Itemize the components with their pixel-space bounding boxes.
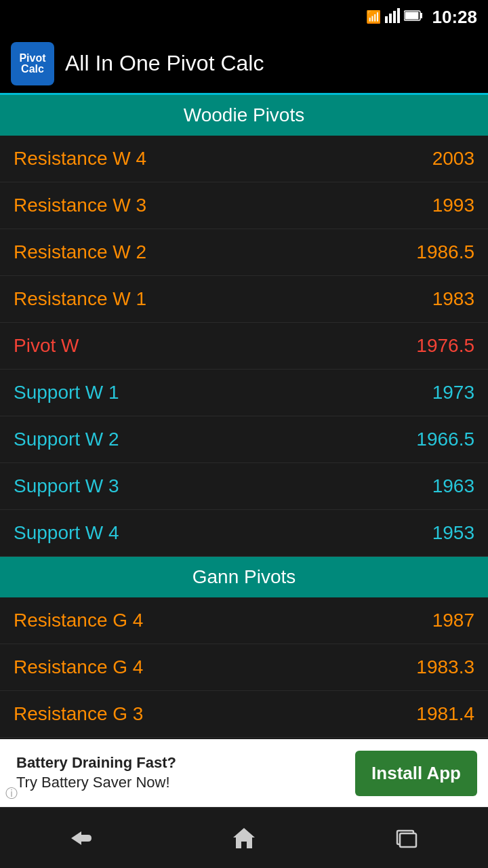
ad-banner: ⓘ Battery Draining Fast? Try Battery Sav… (0, 739, 488, 807)
table-row: Resistance W 1 1983 (0, 276, 488, 323)
row-label: Support W 2 (14, 429, 366, 450)
svg-rect-2 (393, 11, 396, 23)
row-value: 1986.5 (366, 241, 474, 263)
row-value: 1966.5 (366, 429, 474, 450)
svg-rect-0 (385, 16, 388, 23)
main-content: Woodie Pivots Resistance W 4 2003 Resist… (0, 95, 488, 739)
logo-text-bottom: Calc (21, 64, 44, 75)
logo-text-top: Pivot (19, 53, 45, 64)
row-value: 1993 (366, 195, 474, 216)
ad-text-area: Battery Draining Fast? Try Battery Saver… (0, 748, 355, 797)
gann-section-header: Gann Pivots (0, 557, 488, 597)
row-label: Support W 3 (14, 475, 366, 497)
row-label: Resistance G 4 (14, 656, 366, 678)
row-label: Pivot W (14, 335, 366, 357)
row-value: 1963 (366, 475, 474, 497)
table-row: Support W 2 1966.5 (0, 416, 488, 463)
svg-rect-1 (389, 14, 392, 23)
row-value: 1983.3 (366, 656, 474, 678)
table-row: Resistance G 4 1983.3 (0, 644, 488, 691)
status-bar: 📶 10:28 (0, 0, 488, 34)
table-row: Resistance W 3 1993 (0, 182, 488, 229)
svg-rect-6 (405, 12, 418, 19)
status-icons: 📶 10:28 (366, 7, 478, 28)
status-time: 10:28 (432, 7, 478, 28)
info-icon: ⓘ (5, 785, 18, 802)
battery-icon (404, 9, 423, 25)
row-label: Resistance W 1 (14, 288, 366, 310)
table-row: Support W 4 1953 (0, 510, 488, 557)
gann-section-title: Gann Pivots (192, 566, 296, 587)
row-value: 1953 (366, 522, 474, 544)
ad-main-text: Battery Draining Fast? (16, 753, 344, 773)
row-label: Resistance W 4 (14, 148, 366, 170)
app-title: All In One Pivot Calc (65, 51, 264, 76)
woodie-section-header: Woodie Pivots (0, 95, 488, 136)
app-logo: Pivot Calc (11, 42, 54, 85)
row-value: 1973 (366, 382, 474, 403)
row-label: Resistance G 3 (14, 703, 366, 725)
app-bar: Pivot Calc All In One Pivot Calc (0, 34, 488, 95)
row-value: 2003 (366, 148, 474, 170)
wifi-icon: 📶 (366, 9, 381, 24)
install-app-button[interactable]: Install App (355, 751, 477, 796)
row-value: 1976.5 (366, 335, 474, 357)
table-row: Support W 1 1973 (0, 370, 488, 416)
table-row: Resistance G 4 1987 (0, 597, 488, 644)
svg-rect-3 (397, 8, 400, 23)
svg-rect-5 (420, 13, 422, 18)
table-row: Resistance G 3 1981.4 (0, 691, 488, 738)
row-value: 1987 (366, 610, 474, 631)
row-label: Resistance G 4 (14, 610, 366, 631)
home-button[interactable] (217, 818, 271, 859)
svg-rect-8 (400, 833, 416, 847)
table-row: Resistance W 4 2003 (0, 136, 488, 182)
row-label: Support W 1 (14, 382, 366, 403)
woodie-section-title: Woodie Pivots (184, 104, 304, 125)
table-row: Resistance W 2 1986.5 (0, 229, 488, 276)
recent-apps-button[interactable] (380, 818, 434, 859)
back-button[interactable] (54, 818, 108, 859)
row-label: Support W 4 (14, 522, 366, 544)
row-value: 1981.4 (366, 703, 474, 725)
ad-sub-text: Try Battery Saver Now! (16, 773, 344, 793)
nav-bar (0, 807, 488, 868)
table-row: Support W 3 1963 (0, 463, 488, 510)
signal-icon (385, 8, 400, 26)
row-value: 1983 (366, 288, 474, 310)
table-row: Pivot W 1976.5 (0, 323, 488, 370)
row-label: Resistance W 2 (14, 241, 366, 263)
row-label: Resistance W 3 (14, 195, 366, 216)
